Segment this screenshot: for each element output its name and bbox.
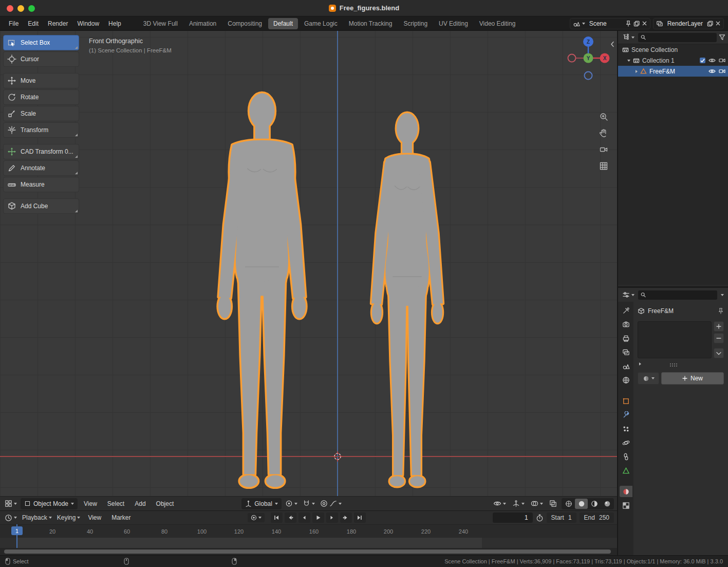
pin-icon[interactable] [625,21,631,27]
male-figure-mesh[interactable] [199,88,325,495]
workspace-tab-game-logic[interactable]: Game Logic [299,18,343,29]
workspace-tab-motion-tracking[interactable]: Motion Tracking [344,18,398,29]
new-scene-icon[interactable] [633,21,640,27]
tab-object-data[interactable] [620,465,632,476]
editor-type-button[interactable] [3,499,18,508]
view-layer-name[interactable]: RenderLayer [665,20,705,27]
timeline-ruler[interactable]: 20 40 60 80 100 120 140 160 180 200 220 … [0,524,617,538]
tool-scale[interactable]: Scale [3,106,79,121]
tool-add-cube[interactable]: Add Cube [3,198,79,214]
outliner-row-scene-collection[interactable]: Scene Collection [618,44,728,55]
tool-annotate[interactable]: Annotate [3,160,79,176]
menu-file[interactable]: File [4,18,23,29]
sidebar-collapse-arrow[interactable] [610,41,614,47]
hide-eye-icon[interactable] [708,68,716,74]
disclosure-closed-icon[interactable] [636,70,638,73]
outliner-search-input[interactable] [648,34,714,41]
shading-solid-button[interactable] [575,499,588,509]
tool-cursor[interactable]: Cursor [3,51,79,67]
menu-window[interactable]: Window [72,18,104,29]
timeline-editor-type-button[interactable] [3,513,18,523]
workspace-tab-animation[interactable]: Animation [184,18,221,29]
browse-material-button[interactable] [638,372,659,385]
female-figure-mesh[interactable] [349,108,465,496]
menu-help[interactable]: Help [104,18,126,29]
shading-rendered-button[interactable] [601,499,613,509]
gizmo-axis-negative-z[interactable] [585,72,592,80]
properties-options-button[interactable] [719,293,725,297]
navigation-gizmo[interactable]: Z X Y [567,35,610,82]
tab-constraints[interactable] [620,451,632,462]
stopwatch-icon[interactable] [536,514,544,522]
collection-checkbox[interactable] [700,58,705,63]
mode-dropdown[interactable]: Object Mode [21,498,78,509]
timeline-menu-marker[interactable]: Marker [107,513,135,523]
workspace-tab-default[interactable]: Default [268,18,298,29]
previous-frame-button[interactable] [298,513,310,523]
play-button[interactable] [312,513,324,523]
disclosure-open-icon[interactable] [627,60,630,62]
end-frame-field[interactable]: End 250 [580,513,614,523]
object-type-visibility-dropdown[interactable] [492,499,508,508]
transform-orientation-dropdown[interactable]: Global [241,498,282,509]
workspace-tab-scripting[interactable]: Scripting [398,18,433,29]
pivot-point-dropdown[interactable] [284,499,299,508]
tool-cad-transform[interactable]: CAD Transform 0... [3,144,79,159]
menu-render[interactable]: Render [43,18,72,29]
new-view-layer-icon[interactable] [707,21,713,27]
viewport-menu-add[interactable]: Add [130,499,150,509]
outliner-editor-type-button[interactable] [621,32,636,42]
next-keyframe-button[interactable] [340,513,352,523]
tool-move[interactable]: Move [3,73,79,88]
workspace-tab-compositing[interactable]: Compositing [222,18,267,29]
jump-to-end-button[interactable] [354,513,366,523]
tab-object[interactable] [620,395,632,407]
viewport-menu-view[interactable]: View [80,499,101,509]
gizmo-axis-negative-x[interactable] [568,54,576,62]
panel-grip-handle[interactable] [670,363,677,364]
material-specials-button[interactable] [714,348,724,358]
view-layer-selector[interactable]: RenderLayer [653,18,724,29]
new-material-button[interactable]: New [661,372,724,385]
timeline-scrollbar[interactable] [4,550,611,554]
tab-view-layer[interactable] [620,346,632,358]
tab-physics[interactable] [620,437,632,448]
timeline-track[interactable] [0,538,617,548]
auto-keying-toggle[interactable] [248,513,265,522]
grid-toggle-button[interactable] [599,161,608,171]
snap-toggle[interactable] [301,499,316,508]
tool-measure[interactable]: Measure [3,177,79,192]
playback-menu[interactable]: Playback [21,513,53,522]
remove-view-layer-icon[interactable] [715,21,721,26]
zoom-button[interactable] [28,5,35,12]
keying-menu[interactable]: Keying [55,513,82,522]
workspace-tab-video-editing[interactable]: Video Editing [474,18,521,29]
pin-icon[interactable] [718,308,724,314]
tab-world[interactable] [620,374,632,386]
minimize-button[interactable] [17,5,24,12]
render-visibility-camera-icon[interactable] [719,68,725,74]
viewport-menu-select[interactable]: Select [103,499,128,509]
tab-tool[interactable] [620,305,632,316]
tool-transform[interactable]: Transform [3,122,79,138]
workspace-tab-uv-editing[interactable]: UV Editing [434,18,473,29]
hide-eye-icon[interactable] [708,58,716,63]
xray-toggle[interactable] [548,499,558,508]
current-frame-field[interactable]: 1 [493,513,533,523]
properties-search[interactable] [638,290,717,300]
start-frame-field[interactable]: Start 1 [547,513,576,523]
viewport-3d[interactable]: Front Orthographic (1) Scene Collection … [0,31,617,496]
tab-material[interactable] [620,486,632,497]
properties-editor-type-button[interactable] [621,290,636,300]
filter-funnel-icon[interactable] [719,34,725,41]
remove-material-slot-button[interactable] [714,333,724,343]
workspace-tab-3d-view-full[interactable]: 3D View Full [138,18,183,29]
shading-material-button[interactable] [588,499,601,509]
outliner-row-collection-1[interactable]: Collection 1 [618,55,728,66]
next-frame-button[interactable] [326,513,338,523]
tab-render[interactable] [620,319,632,330]
camera-view-button[interactable] [599,145,608,154]
tab-particles[interactable] [620,423,632,434]
tab-texture[interactable] [620,500,632,511]
zoom-button[interactable] [599,112,608,121]
